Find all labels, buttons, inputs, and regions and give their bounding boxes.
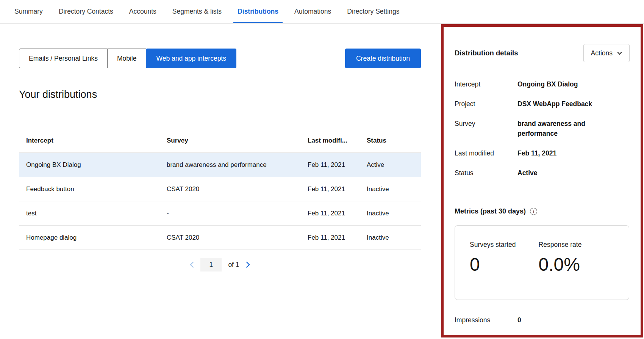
- column-header-survey: Survey: [159, 137, 300, 144]
- metric-value: 0: [470, 254, 516, 275]
- field-label: Project: [455, 99, 517, 109]
- previous-page-icon[interactable]: [190, 261, 194, 268]
- field-value: Ongoing BX Dialog: [517, 79, 605, 89]
- page-count-label: of 1: [228, 261, 239, 269]
- metrics-title: Metrics (past 30 days): [455, 207, 526, 215]
- cell-survey: -: [159, 210, 300, 217]
- cell-status: Inactive: [360, 185, 421, 193]
- column-header-status: Status: [360, 137, 421, 144]
- cell-intercept: Ongoing BX Dialog: [19, 161, 159, 169]
- distribution-details-panel: Distribution details Actions Intercept O…: [455, 44, 630, 324]
- table-header-row: Intercept Survey Last modifi... Status: [19, 129, 421, 153]
- current-page-box[interactable]: 1: [200, 258, 222, 272]
- metric-label: Surveys started: [470, 241, 516, 249]
- details-panel-title: Distribution details: [455, 49, 518, 57]
- metric-surveys-started: Surveys started 0: [470, 241, 516, 300]
- cell-survey: CSAT 2020: [159, 234, 300, 242]
- cell-status: Active: [360, 161, 421, 169]
- top-navigation: Summary Directory Contacts Accounts Segm…: [0, 0, 644, 24]
- tab-segments-lists[interactable]: Segments & lists: [164, 0, 230, 23]
- field-survey: Survey brand awareness and performance: [455, 119, 630, 138]
- tab-directory-contacts[interactable]: Directory Contacts: [51, 0, 121, 23]
- field-project: Project DSX WebApp Feedback: [455, 99, 630, 109]
- details-panel-header: Distribution details Actions: [455, 44, 630, 62]
- actions-button-label: Actions: [591, 49, 613, 57]
- details-field-list: Intercept Ongoing BX Dialog Project DSX …: [455, 79, 630, 178]
- table-row[interactable]: Feedback button CSAT 2020 Feb 11, 2021 I…: [19, 177, 421, 201]
- tab-directory-settings[interactable]: Directory Settings: [339, 0, 407, 23]
- column-header-intercept: Intercept: [19, 137, 159, 144]
- cell-last-modified: Feb 11, 2021: [300, 234, 360, 242]
- distributions-table: Intercept Survey Last modifi... Status O…: [19, 129, 421, 250]
- cell-status: Inactive: [360, 210, 421, 217]
- field-status: Status Active: [455, 168, 630, 178]
- field-label: Last modified: [455, 148, 517, 158]
- metrics-card: Surveys started 0 Response rate 0.0%: [455, 225, 629, 300]
- table-row[interactable]: Ongoing BX Dialog brand awareness and pe…: [19, 153, 421, 177]
- cell-last-modified: Feb 11, 2021: [300, 210, 360, 217]
- table-row[interactable]: test - Feb 11, 2021 Inactive: [19, 201, 421, 226]
- cell-last-modified: Feb 11, 2021: [300, 185, 360, 193]
- table-row[interactable]: Homepage dialog CSAT 2020 Feb 11, 2021 I…: [19, 226, 421, 250]
- pagination: 1 of 1: [19, 258, 421, 272]
- tab-accounts[interactable]: Accounts: [121, 0, 164, 23]
- create-distribution-button[interactable]: Create distribution: [345, 49, 421, 68]
- cell-status: Inactive: [360, 234, 421, 242]
- field-label: Intercept: [455, 79, 517, 89]
- cell-intercept: Feedback button: [19, 185, 159, 193]
- cell-last-modified: Feb 11, 2021: [300, 161, 360, 169]
- field-intercept: Intercept Ongoing BX Dialog: [455, 79, 630, 89]
- field-impressions: Impressions 0: [455, 316, 630, 324]
- field-label: Survey: [455, 119, 517, 138]
- page-title: Your distributions: [19, 89, 97, 100]
- distribution-toolbar: Emails / Personal Links Mobile Web and a…: [19, 49, 421, 68]
- segment-web-app-intercepts[interactable]: Web and app intercepts: [146, 49, 236, 68]
- cell-intercept: test: [19, 210, 159, 217]
- cell-intercept: Homepage dialog: [19, 234, 159, 242]
- metric-label: Response rate: [539, 241, 582, 249]
- actions-button[interactable]: Actions: [583, 44, 630, 62]
- field-last-modified: Last modified Feb 11, 2021: [455, 148, 630, 158]
- column-header-last-modified: Last modifi...: [300, 137, 360, 144]
- cell-survey: CSAT 2020: [159, 185, 300, 193]
- channel-segmented-control: Emails / Personal Links Mobile Web and a…: [19, 49, 236, 68]
- chevron-down-icon: [617, 52, 622, 55]
- field-value: DSX WebApp Feedback: [517, 99, 605, 109]
- field-label: Impressions: [455, 316, 517, 324]
- info-icon[interactable]: i: [530, 208, 537, 215]
- segment-emails-personal-links[interactable]: Emails / Personal Links: [19, 49, 108, 68]
- next-page-icon[interactable]: [246, 261, 250, 268]
- field-value: brand awareness and performance: [517, 119, 605, 138]
- metrics-section-header: Metrics (past 30 days) i: [455, 207, 630, 215]
- field-value: 0: [517, 316, 521, 324]
- cell-survey: brand awareness and performance: [159, 161, 300, 169]
- field-value: Active: [517, 168, 605, 178]
- field-label: Status: [455, 168, 517, 178]
- tab-automations[interactable]: Automations: [286, 0, 339, 23]
- field-value: Feb 11, 2021: [517, 148, 605, 158]
- segment-mobile[interactable]: Mobile: [108, 49, 147, 68]
- tab-summary[interactable]: Summary: [6, 0, 51, 23]
- metric-value: 0.0%: [539, 254, 582, 275]
- metric-response-rate: Response rate 0.0%: [539, 241, 582, 300]
- tab-distributions[interactable]: Distributions: [230, 0, 286, 23]
